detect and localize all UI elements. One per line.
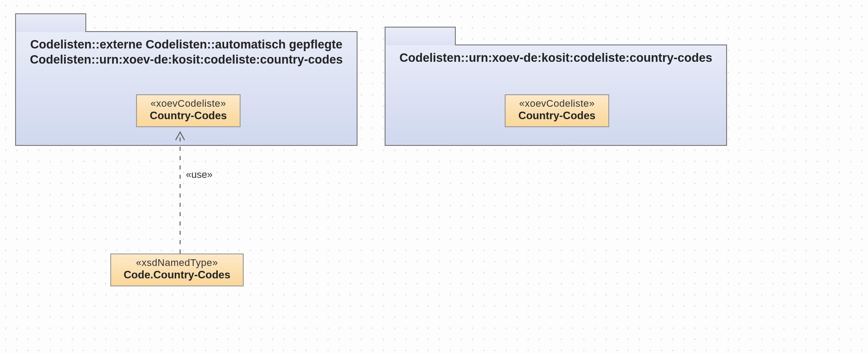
classifier-country-codes-right[interactable]: «xoevCodeliste» Country-Codes <box>505 94 609 127</box>
class-name: Country-Codes <box>146 109 231 122</box>
stereotype-label: «xoevCodeliste» <box>514 98 599 109</box>
classifier-code-country-codes[interactable]: «xsdNamedType» Code.Country-Codes <box>110 253 244 286</box>
package-tab-right <box>385 27 456 45</box>
stereotype-label: «xsdNamedType» <box>120 257 234 269</box>
package-tab-left <box>15 13 86 32</box>
dependency-label: «use» <box>186 169 213 181</box>
package-right[interactable]: Codelisten::urn:xoev-de:kosit:codeliste:… <box>385 44 727 146</box>
package-title-right: Codelisten::urn:xoev-de:kosit:codeliste:… <box>386 45 726 69</box>
package-left[interactable]: Codelisten::externe Codelisten::automati… <box>15 31 358 146</box>
classifier-country-codes-left[interactable]: «xoevCodeliste» Country-Codes <box>136 94 241 127</box>
class-name: Code.Country-Codes <box>120 269 234 281</box>
stereotype-label: «xoevCodeliste» <box>146 98 231 109</box>
package-title-left: Codelisten::externe Codelisten::automati… <box>16 32 357 71</box>
class-name: Country-Codes <box>514 109 599 122</box>
